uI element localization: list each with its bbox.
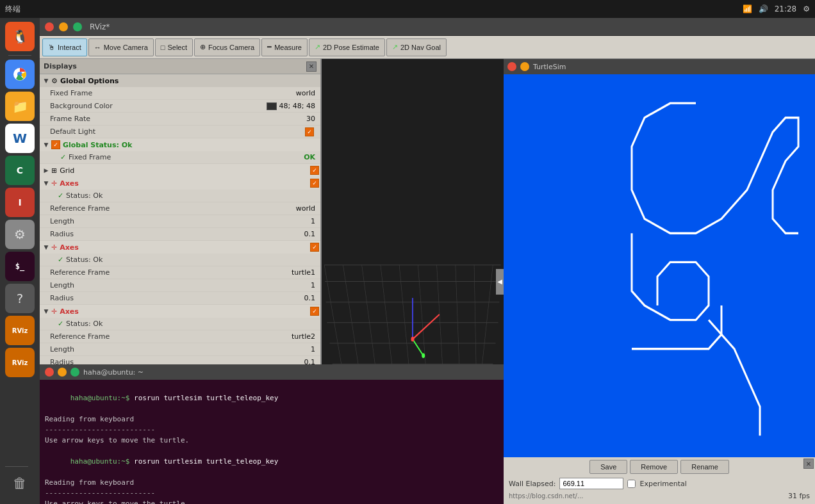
axes1-radius-row[interactable]: Radius 0.1 (40, 228, 320, 241)
bg-color-row[interactable]: Background Color 48; 48; 48 (40, 100, 320, 113)
axes1-header-row[interactable]: ▼ ✛ Axes ✓ (40, 177, 320, 190)
axes3-check-icon: ✓ (58, 320, 66, 328)
axes2-length-label: Length (40, 281, 311, 289)
global-options-row[interactable]: ▼ ⚙ Global Options (40, 74, 320, 87)
axes3-arrow[interactable]: ▼ (42, 307, 50, 315)
turtlesim-panel-close-btn[interactable]: ✕ (803, 459, 814, 469)
fps-row: https://blog.csdn.net/... 31 fps (506, 491, 812, 501)
turtle-path-drawing (504, 74, 815, 457)
dock-bottom: 🗑 (5, 465, 35, 498)
rename-button[interactable]: Rename (680, 460, 729, 474)
axes3-header-row[interactable]: ▼ ✛ Axes ✓ (40, 305, 320, 318)
wall-elapsed-input[interactable] (559, 478, 623, 489)
global-status-row[interactable]: ▼ ✓ Global Status: Ok (40, 138, 320, 151)
select-button[interactable]: □ Select (155, 38, 193, 56)
fixed-frame-value: world (296, 89, 320, 97)
turtlesim-close-btn[interactable] (507, 62, 516, 71)
term-cmd-2: rosrun turtlesim turtle_teleop_key (134, 457, 278, 466)
axes3-checkbox[interactable]: ✓ (310, 307, 319, 316)
system-bar-right: 📶 🔊 21:28 ⚙ (743, 4, 810, 13)
settings-dock-icon[interactable]: ⚙ (5, 220, 35, 249)
turtlesim-action-buttons: Save Remove Rename (506, 460, 812, 474)
impress-dock-icon[interactable]: I (5, 188, 35, 217)
dock-separator-2 (5, 466, 28, 467)
default-light-label: Default Light (40, 127, 304, 136)
axes2-radius-row[interactable]: Radius 0.1 (40, 292, 320, 305)
axes1-checkbox[interactable]: ✓ (310, 179, 319, 188)
frame-rate-label: Frame Rate (40, 115, 306, 123)
ts-url-text: https://blog.csdn.net/... (509, 492, 584, 500)
axes1-ref-frame-row[interactable]: Reference Frame world (40, 202, 320, 215)
trash-dock-icon[interactable]: 🗑 (5, 468, 35, 498)
rviz-dock-icon[interactable]: RViz (5, 316, 35, 345)
turtlesim-min-btn[interactable] (520, 62, 529, 71)
axes3-length-row[interactable]: Length 1 (40, 343, 320, 356)
axes1-length-row[interactable]: Length 1 (40, 215, 320, 228)
terminal-max-btn[interactable] (70, 368, 79, 377)
rviz-max-btn[interactable] (73, 22, 82, 31)
frame-rate-row[interactable]: Frame Rate 30 (40, 113, 320, 126)
global-status-arrow[interactable]: ▼ (42, 141, 50, 149)
turtlesim-viewport[interactable] (504, 74, 815, 457)
measure-button[interactable]: ━ Measure (261, 38, 308, 56)
gear-icon: ⚙ (51, 77, 58, 85)
fixed-frame-row[interactable]: Fixed Frame world (40, 87, 320, 100)
displays-panel-close[interactable]: ✕ (306, 61, 317, 72)
calc-dock-icon[interactable]: C (5, 156, 35, 185)
axes2-length-row[interactable]: Length 1 (40, 279, 320, 292)
rviz2-dock-icon[interactable]: RViz (5, 348, 35, 377)
default-light-row[interactable]: Default Light ✓ (40, 126, 320, 138)
default-light-check: ✓ (304, 127, 320, 136)
default-light-checkbox[interactable]: ✓ (305, 127, 314, 136)
experimental-checkbox[interactable] (627, 480, 636, 488)
terminal-dock-icon[interactable]: $_ (5, 252, 35, 281)
axes2-checkbox[interactable]: ✓ (310, 243, 319, 252)
terminal-body[interactable]: haha@ubuntu:~$ rosrun turtlesim turtle_t… (40, 380, 504, 504)
axes1-radius-label: Radius (40, 230, 304, 238)
save-button[interactable]: Save (589, 460, 627, 474)
rviz-window-title: RViz* (90, 22, 110, 31)
help-dock-icon[interactable]: ? (5, 284, 35, 313)
writer-dock-icon[interactable]: W (5, 124, 35, 153)
nav-goal-button[interactable]: ↗ 2D Nav Goal (386, 38, 447, 56)
focus-camera-button[interactable]: ⊕ Focus Camera (194, 38, 260, 56)
viewport-sash[interactable]: ◀ (496, 269, 504, 295)
axes3-ref-frame-value: turtle2 (292, 332, 320, 341)
files-dock-icon[interactable]: 📁 (5, 92, 35, 121)
axes2-header-row[interactable]: ▼ ✛ Axes ✓ (40, 241, 320, 254)
global-options-arrow[interactable]: ▼ (42, 77, 50, 85)
axes2-ref-frame-value: turtle1 (292, 268, 320, 277)
axes2-arrow[interactable]: ▼ (42, 243, 50, 251)
grid-checkbox[interactable]: ✓ (310, 166, 319, 175)
pose-estimate-button[interactable]: ↗ 2D Pose Estimate (309, 38, 385, 56)
global-status-fixed-frame-label: ✓ Fixed Frame (40, 153, 304, 161)
axes2-ref-frame-row[interactable]: Reference Frame turtle1 (40, 266, 320, 279)
remove-button[interactable]: Remove (630, 460, 678, 474)
axes2-radius-label: Radius (40, 294, 304, 302)
move-camera-button[interactable]: ↔ Move Camera (88, 38, 154, 56)
terminal-close-btn[interactable] (45, 368, 54, 377)
axes2-length-value: 1 (311, 281, 320, 289)
axes1-status-label: ✓ Status: Ok (40, 191, 320, 200)
axes3-ref-frame-row[interactable]: Reference Frame turtle2 (40, 330, 320, 343)
term-line-6: Reading from keyboard (45, 478, 498, 489)
chrome-dock-icon[interactable] (5, 60, 35, 89)
axes2-radius-value: 0.1 (304, 294, 321, 302)
terminal-min-btn[interactable] (58, 368, 67, 377)
ubuntu-launcher-icon[interactable]: 🐧 (5, 22, 35, 51)
system-settings-icon[interactable]: ⚙ (803, 4, 810, 13)
global-status-checkbox[interactable]: ✓ (51, 140, 60, 149)
rviz-min-btn[interactable] (59, 22, 68, 31)
axes3-status-text: Status: Ok (66, 320, 103, 328)
interact-button[interactable]: 🖱 Interact (42, 38, 87, 56)
turtlesim-panel: TurtleSim ✕ (504, 59, 815, 504)
axes2-status-row: ✓ Status: Ok (40, 254, 320, 266)
axes1-arrow[interactable]: ▼ (42, 179, 50, 187)
term-cmd-1: rosrun turtlesim turtle_teleop_key (134, 394, 278, 402)
rviz-close-btn[interactable] (45, 22, 54, 31)
interact-label: Interact (58, 44, 81, 51)
grid-arrow[interactable]: ▶ (42, 167, 50, 174)
grid-row[interactable]: ▶ ⊞ Grid ✓ (40, 164, 320, 177)
wall-elapsed-label: Wall Elapsed: (509, 480, 556, 488)
axes1-ref-frame-value: world (296, 204, 320, 213)
